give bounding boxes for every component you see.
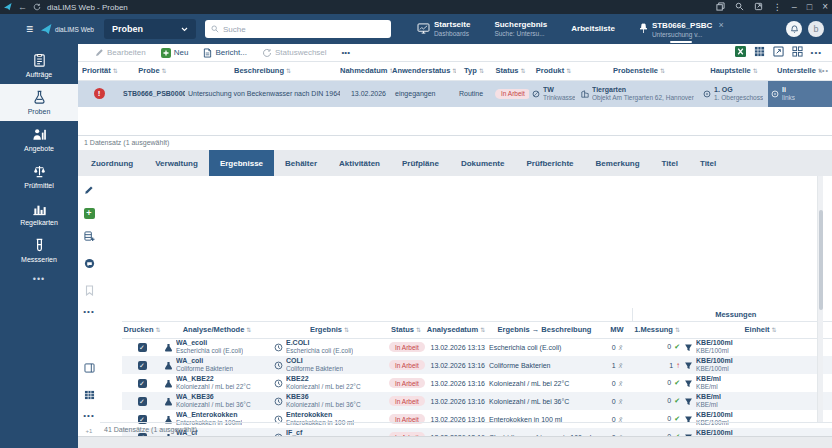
- sidebar-item-proben[interactable]: Proben: [0, 84, 78, 121]
- product-icon: [532, 90, 540, 98]
- toolbar-more-button[interactable]: •••: [342, 48, 350, 57]
- table-view-icon[interactable]: [754, 46, 765, 59]
- maximize-button[interactable]: □: [807, 2, 812, 12]
- nav-tab-arbeitsliste[interactable]: Arbeitsliste: [559, 14, 627, 44]
- neu-button[interactable]: Neu: [161, 48, 189, 58]
- status-badge: In Arbeit: [495, 89, 529, 99]
- tab-ergebnisse[interactable]: Ergebnisse: [209, 150, 274, 176]
- column-header-status[interactable]: Status⇅: [492, 62, 529, 80]
- excel-export-icon[interactable]: [735, 46, 746, 59]
- column-header-hauptstelle[interactable]: Hauptstelle⇅: [700, 62, 768, 80]
- column-header-mw: MW: [602, 321, 632, 338]
- column-header-probe[interactable]: Probe⇅: [120, 62, 185, 80]
- testtube-icon: [32, 238, 47, 254]
- notifications-button[interactable]: [786, 21, 802, 37]
- beschreibung-cell: Escherichia coli (E.coli): [487, 338, 602, 356]
- column-header-produkt[interactable]: Produkt⇅: [529, 62, 578, 80]
- comment-icon[interactable]: [84, 255, 95, 273]
- user-avatar[interactable]: b: [808, 21, 824, 37]
- nav-tab-startseite[interactable]: StartseiteDashboards: [405, 14, 482, 44]
- minimize-button[interactable]: –: [792, 2, 797, 12]
- tab-zuordnung[interactable]: Zuordnung: [80, 150, 144, 176]
- more-views-button[interactable]: •••: [83, 413, 94, 419]
- bericht--button[interactable]: Bericht...: [203, 48, 247, 58]
- column-header-einheit[interactable]: Einheit⇅: [682, 321, 832, 338]
- nav-tab-suchergebnis[interactable]: SuchergebnisSuche: Untersu...: [482, 14, 559, 44]
- hamburger-menu-icon[interactable]: ≡: [26, 23, 33, 35]
- add-row-icon[interactable]: [84, 228, 95, 246]
- grid-view-icon[interactable]: [84, 386, 95, 404]
- statuswechsel-button[interactable]: Statuswechsel: [262, 48, 327, 58]
- column-header-typ[interactable]: Typ⇅: [456, 62, 492, 80]
- tab-aktivitäten[interactable]: Aktivitäten: [328, 150, 391, 176]
- column-header-anwenderstatus[interactable]: Anwenderstatus⇅: [392, 62, 456, 80]
- print-checkbox[interactable]: ✓: [138, 397, 147, 406]
- priority-cell: !: [78, 80, 120, 107]
- sidebar-item-prüfmittel[interactable]: Prüfmittel: [0, 158, 78, 195]
- search-input[interactable]: [223, 25, 385, 34]
- sidebar-item-aufträge[interactable]: Aufträge: [0, 47, 78, 84]
- tab-bemerkung[interactable]: Bemerkung: [585, 150, 651, 176]
- column-header-drucken[interactable]: Drucken⇅: [122, 321, 162, 338]
- open-window-icon[interactable]: [773, 46, 784, 59]
- global-search[interactable]: [205, 20, 391, 38]
- tab-prüfpläne[interactable]: Prüfpläne: [391, 150, 450, 176]
- priority-icon: !: [94, 88, 105, 99]
- nav-tab-stb0666-psbc[interactable]: STB0666_PSBC ×Untersuchung v...: [627, 14, 736, 44]
- tab-close-icon[interactable]: ×: [719, 20, 724, 30]
- search-page-icon[interactable]: [735, 2, 744, 13]
- column-header-beschreibung[interactable]: Beschreibung⇅: [185, 62, 340, 80]
- layout-icon[interactable]: [792, 46, 803, 59]
- record-toolbar: BearbeitenNeuBericht...Statuswechsel••••…: [78, 44, 832, 62]
- result-row[interactable]: ✓WA_coliColiforme BakterienCOLIColiforme…: [122, 356, 832, 374]
- scrollbar-thumb[interactable]: [819, 210, 823, 310]
- status-badge: In Arbeit: [389, 396, 425, 406]
- tab-titel-9[interactable]: Titel: [651, 150, 689, 176]
- sidebar-item-label: Messserien: [21, 256, 57, 263]
- results-scrollbar[interactable]: [817, 176, 823, 422]
- bearbeiten-button[interactable]: Bearbeiten: [95, 48, 146, 57]
- table-row[interactable]: ! STB0666_PSB00001 Untersuchung von Beck…: [78, 80, 832, 107]
- app-window: ← diaLIMS Web - Proben ⋮ – □ × ≡ diaLIMS…: [0, 0, 832, 448]
- print-checkbox[interactable]: ✓: [138, 361, 147, 370]
- edit-pencil-icon[interactable]: [84, 181, 94, 199]
- bookmark-icon[interactable]: [85, 282, 94, 300]
- print-checkbox[interactable]: ✓: [138, 379, 147, 388]
- print-checkbox[interactable]: ✓: [138, 343, 147, 352]
- module-selector[interactable]: Proben: [104, 19, 196, 39]
- column-header-analyse[interactable]: Analyse/Methode⇅: [162, 321, 272, 338]
- tab-dokumente[interactable]: Dokumente: [450, 150, 516, 176]
- back-icon[interactable]: ←: [18, 3, 27, 12]
- tab-prüfberichte[interactable]: Prüfberichte: [515, 150, 584, 176]
- close-button[interactable]: ×: [822, 2, 828, 12]
- messung1-cell: 0✔: [632, 392, 682, 410]
- column-header-m1[interactable]: 1.Messung⇅: [632, 321, 682, 338]
- column-header-status[interactable]: Status⇅: [387, 321, 425, 338]
- open-external-icon[interactable]: [754, 2, 763, 13]
- panel-view-icon[interactable]: [84, 359, 95, 377]
- tab-behälter[interactable]: Behälter: [274, 150, 328, 176]
- tab-titel-10[interactable]: Titel: [689, 150, 727, 176]
- sidebar-item-more[interactable]: •••: [0, 269, 78, 289]
- column-menu-button[interactable]: •••: [819, 67, 829, 74]
- grid-more-button[interactable]: •••: [811, 48, 822, 57]
- column-header-probenstelle[interactable]: Probenstelle⇅: [578, 62, 700, 80]
- result-row[interactable]: ✓WA_KBE36Koloniezahl / mL bei 36°CKBE36K…: [122, 392, 832, 410]
- chart-bars-icon: [32, 201, 47, 217]
- column-header-datum[interactable]: Analysedatum⇅: [425, 321, 487, 338]
- sidebar-item-angebote[interactable]: Angebote: [0, 121, 78, 158]
- tab-verwaltung[interactable]: Verwaltung: [144, 150, 209, 176]
- column-header-nahmedatum[interactable]: Nahmedatum⇅: [340, 62, 392, 80]
- reload-icon[interactable]: [33, 3, 41, 11]
- browser-menu-icon[interactable]: ⋮: [773, 2, 782, 12]
- sidebar-item-regelkarten[interactable]: Regelkarten: [0, 195, 78, 232]
- result-row[interactable]: ✓WA_ecoliEscherichia coli (E.coli)E.COLI…: [122, 338, 832, 356]
- sidebar-item-messserien[interactable]: Messserien: [0, 232, 78, 269]
- column-header-ergebnis[interactable]: Ergebnis⇅: [272, 321, 387, 338]
- more-actions-button[interactable]: •••: [83, 309, 94, 315]
- add-result-button[interactable]: +: [84, 208, 95, 219]
- unterstelle-cell-selected[interactable]: lilinks: [768, 80, 832, 107]
- column-header-priorität[interactable]: Priorität⇅: [78, 62, 120, 80]
- tab-overview-icon[interactable]: [716, 2, 725, 13]
- result-row[interactable]: ✓WA_KBE22Koloniezahl / mL bei 22°CKBE22K…: [122, 374, 832, 392]
